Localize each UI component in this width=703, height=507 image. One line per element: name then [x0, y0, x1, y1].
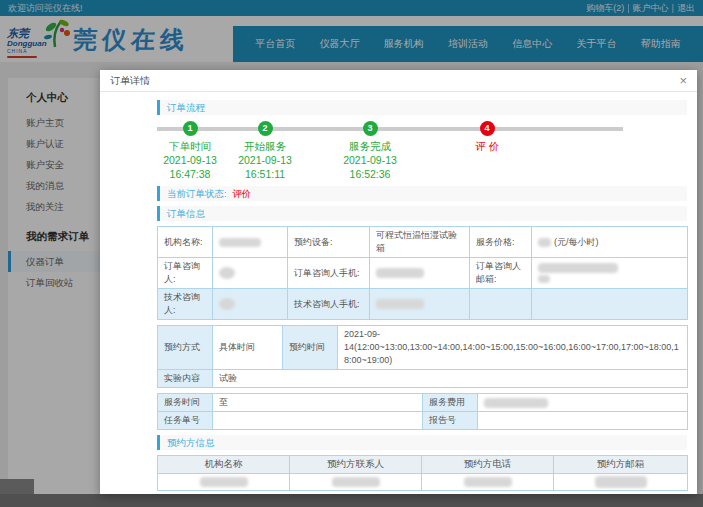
table-row: 订单咨询人: 订单咨询人手机: 订单咨询人邮箱: [158, 258, 688, 289]
modal-body: 订单流程 1 下单时间 2021-09-13 16:47:38 2 开始服务 2… [100, 92, 697, 491]
tech-phone-label: 技术咨询人手机: [288, 289, 370, 320]
table-row: 机构名称 预约方联系人 预约方电话 预约方邮箱 [158, 456, 688, 474]
empty-cell [532, 289, 688, 320]
modal-titlebar: 订单详情 × [100, 70, 697, 92]
redacted-org-name [219, 238, 261, 247]
service-time-label: 服务时间 [158, 394, 213, 412]
step-2-time: 16:51:11 [220, 167, 310, 181]
service-fee-label: 服务费用 [423, 394, 478, 412]
device-label: 预约设备: [288, 227, 370, 258]
provider-email-value [554, 474, 688, 491]
redacted-provider-contact [332, 477, 380, 487]
provider-phone-value [422, 474, 554, 491]
order-stepper: 1 下单时间 2021-09-13 16:47:38 2 开始服务 2021-0… [157, 121, 687, 181]
booking-method-value: 具体时间 [213, 326, 283, 370]
order-phone-label: 订单咨询人手机: [288, 258, 370, 289]
task-number-label: 任务单号 [158, 412, 213, 430]
page: 欢迎访问莞仪在线! 购物车(2)|账户中心|退出 东莞 Dongguan CHI… [0, 0, 703, 507]
table-row: 机构名称: 预约设备: 可程式恒温恒湿试验箱 服务价格: (元/每小时) [158, 227, 688, 258]
booking-time-value: 2021-09-14(12:00~13:00,13:00~14:00,14:00… [338, 326, 688, 370]
step-1-dot: 1 [183, 121, 198, 136]
price-label: 服务价格: [470, 227, 532, 258]
order-phone-value [370, 258, 470, 289]
section-order-info: 订单信息 [157, 206, 687, 221]
order-email-label: 订单咨询人邮箱: [470, 258, 532, 289]
tech-contact-value [213, 289, 288, 320]
redacted-tech-phone [376, 299, 424, 309]
current-status-label: 当前订单状态: [167, 188, 227, 199]
provider-email-header: 预约方邮箱 [554, 456, 688, 474]
table-row: 服务时间 至 服务费用 [158, 394, 688, 412]
order-detail-modal: 订单详情 × 订单流程 1 下单时间 2021-09-13 16:47:38 2… [100, 70, 697, 494]
experiment-content-value: 试验 [213, 370, 688, 388]
provider-phone-header: 预约方电话 [422, 456, 554, 474]
provider-contact-value [290, 474, 422, 491]
booking-table: 预约方式 具体时间 预约时间 2021-09-14(12:00~13:00,13… [157, 325, 688, 388]
org-name-value [213, 227, 288, 258]
step-service-completed: 3 服务完成 2021-09-13 16:52:36 [325, 121, 415, 181]
report-number-label: 报告号 [423, 412, 478, 430]
step-2-date: 2021-09-13 [220, 153, 310, 167]
booking-time-label: 预约时间 [283, 326, 338, 370]
org-name-label: 机构名称: [158, 227, 213, 258]
device-value: 可程式恒温恒湿试验箱 [370, 227, 470, 258]
step-3-label: 服务完成 [325, 139, 415, 153]
close-icon[interactable]: × [679, 74, 687, 87]
service-table: 服务时间 至 服务费用 任务单号 报告号 [157, 393, 688, 430]
order-contact-value [213, 258, 288, 289]
redacted-email [538, 263, 618, 273]
step-4-dot: 4 [480, 121, 495, 136]
redacted-email-2 [538, 275, 550, 283]
step-3-time: 16:52:36 [325, 167, 415, 181]
tech-contact-label: 技术咨询人: [158, 289, 213, 320]
modal-title: 订单详情 [110, 74, 150, 88]
experiment-content-label: 实验内容 [158, 370, 213, 388]
order-email-value [532, 258, 688, 289]
table-row: 任务单号 报告号 [158, 412, 688, 430]
table-row: 技术咨询人: 技术咨询人手机: [158, 289, 688, 320]
step-service-started: 2 开始服务 2021-09-13 16:51:11 [220, 121, 310, 181]
redacted-phone [376, 268, 424, 278]
provider-org-header: 机构名称 [158, 456, 290, 474]
provider-org-value [158, 474, 290, 491]
step-review: 4 评 价 [442, 121, 532, 153]
redacted-price [538, 238, 551, 247]
redacted-fee [484, 398, 548, 408]
tech-phone-value [370, 289, 470, 320]
booking-method-label: 预约方式 [158, 326, 213, 370]
current-status-value: 评价 [232, 188, 251, 199]
table-row: 预约方式 具体时间 预约时间 2021-09-14(12:00~13:00,13… [158, 326, 688, 370]
table-row [158, 474, 688, 491]
task-number-value [213, 412, 423, 430]
price-unit: (元/每小时) [554, 237, 599, 247]
section-current-status: 当前订单状态: 评价 [157, 186, 687, 201]
section-order-flow: 订单流程 [157, 100, 687, 115]
order-info-table: 机构名称: 预约设备: 可程式恒温恒湿试验箱 服务价格: (元/每小时) 订单咨… [157, 226, 688, 320]
redacted-provider-phone [464, 477, 512, 487]
service-fee-value [478, 394, 688, 412]
step-2-label: 开始服务 [220, 139, 310, 153]
redacted-contact [219, 267, 235, 279]
provider-table: 机构名称 预约方联系人 预约方电话 预约方邮箱 [157, 455, 688, 491]
step-4-label: 评 价 [442, 139, 532, 153]
step-3-date: 2021-09-13 [325, 153, 415, 167]
price-value: (元/每小时) [532, 227, 688, 258]
order-contact-label: 订单咨询人: [158, 258, 213, 289]
table-row: 实验内容 试验 [158, 370, 688, 388]
section-provider-info: 预约方信息 [157, 435, 687, 450]
step-3-dot: 3 [363, 121, 378, 136]
redacted-provider-email [595, 476, 647, 488]
report-number-value [478, 412, 688, 430]
redacted-provider-org [200, 477, 248, 487]
step-2-dot: 2 [258, 121, 273, 136]
empty-cell [470, 289, 532, 320]
redacted-tech-contact [219, 298, 235, 310]
service-time-value: 至 [213, 394, 423, 412]
provider-contact-header: 预约方联系人 [290, 456, 422, 474]
